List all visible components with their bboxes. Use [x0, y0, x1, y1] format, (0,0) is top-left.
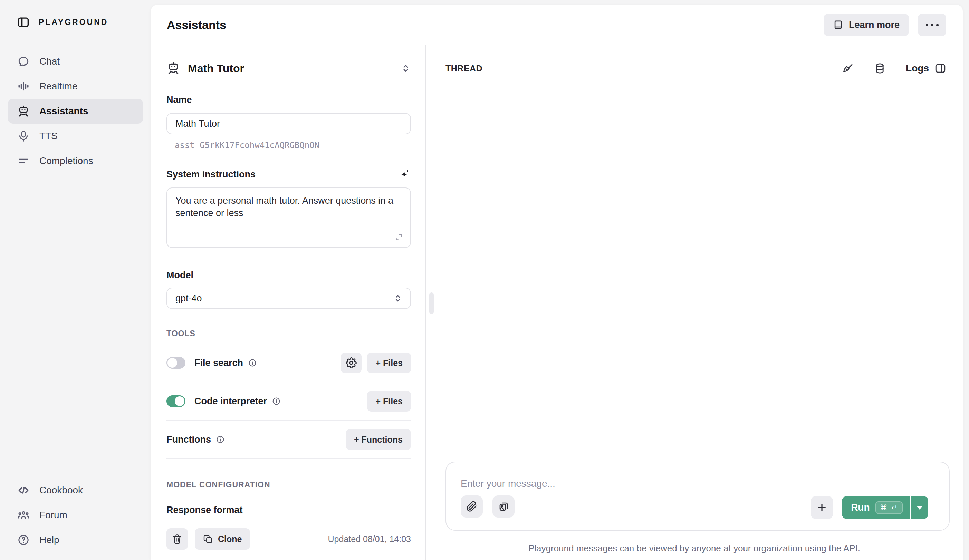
divider — [166, 459, 411, 459]
assistant-selector[interactable]: Math Tutor — [166, 61, 411, 75]
message-composer[interactable]: Enter your message... — [446, 462, 950, 531]
learn-more-label: Learn more — [849, 20, 899, 30]
sidebar-item-label: Help — [39, 535, 59, 545]
run-group: Run ⌘ ↵ — [811, 496, 928, 519]
panels: Math Tutor Name asst_G5rkK17Fcohw41cAQRG… — [151, 45, 963, 560]
tool-label: Code interpreter — [195, 396, 267, 407]
robot-icon — [17, 105, 30, 117]
sidebar-item-chat[interactable]: Chat — [8, 49, 143, 74]
header-actions: Learn more — [824, 14, 946, 36]
page-title: Assistants — [167, 18, 226, 32]
tools-section-header: TOOLS — [166, 329, 411, 338]
lines-icon — [17, 155, 30, 167]
book-icon — [833, 20, 844, 30]
people-icon — [17, 509, 30, 521]
sidebar-item-tts[interactable]: TTS — [8, 124, 143, 148]
system-instructions-input[interactable]: You are a personal math tutor. Answer qu… — [166, 188, 411, 248]
sidebar-item-completions[interactable]: Completions — [8, 148, 143, 173]
assistant-id: asst_G5rkK17Fcohw41cAQRGBQnON — [166, 141, 411, 150]
broom-clear-icon[interactable] — [842, 63, 854, 74]
playground-logo[interactable]: PLAYGROUND — [17, 16, 108, 29]
thread-panel: THREAD Logs En — [426, 45, 963, 560]
run-label: Run — [851, 502, 869, 513]
system-instructions-wrap: You are a personal math tutor. Answer qu… — [166, 188, 411, 249]
system-instructions-label: System instructions — [166, 169, 256, 180]
sidebar-panel-icon — [17, 16, 30, 29]
sidebar-item-help[interactable]: Help — [8, 528, 143, 552]
microphone-icon — [17, 130, 30, 142]
plus-icon — [816, 502, 827, 513]
delete-assistant-button[interactable] — [166, 528, 188, 550]
panel-resize-handle[interactable] — [429, 292, 434, 314]
sidebar-item-forum[interactable]: Forum — [8, 503, 143, 528]
model-value: gpt-4o — [175, 293, 202, 304]
info-icon[interactable] — [272, 397, 281, 405]
attach-group — [461, 495, 514, 518]
sidebar-item-label: Completions — [39, 155, 93, 166]
file-search-settings-button[interactable] — [341, 352, 361, 373]
name-input[interactable] — [166, 113, 411, 134]
model-label: Model — [166, 270, 411, 281]
question-circle-icon — [17, 534, 30, 546]
config-bottom-bar: Clone Updated 08/01, 14:03 — [151, 518, 425, 560]
sidebar-item-label: Realtime — [39, 81, 77, 92]
model-config-section-header: MODEL CONFIGURATION — [166, 480, 411, 490]
sidebar-item-realtime[interactable]: Realtime — [8, 74, 143, 99]
model-select[interactable]: gpt-4o — [166, 287, 411, 309]
assistant-config-panel: Math Tutor Name asst_G5rkK17Fcohw41cAQRG… — [151, 45, 426, 560]
system-instructions-row: System instructions — [166, 168, 411, 181]
sparkle-generate-icon[interactable] — [398, 168, 411, 181]
assistant-name: Math Tutor — [188, 62, 244, 75]
response-format-label: Response format — [166, 505, 411, 515]
logs-toggle[interactable]: Logs — [906, 63, 946, 74]
robot-icon — [166, 61, 180, 75]
code-icon — [17, 484, 30, 497]
run-shortcut-kbd: ⌘ ↵ — [876, 501, 903, 514]
expand-icon[interactable] — [395, 233, 403, 242]
learn-more-button[interactable]: Learn more — [824, 14, 909, 36]
chevron-updown-icon — [401, 63, 411, 73]
waveform-icon — [17, 80, 30, 93]
sidebar-item-label: Assistants — [39, 106, 88, 117]
attach-file-button[interactable] — [461, 495, 483, 518]
run-button[interactable]: Run ⌘ ↵ — [842, 496, 910, 519]
file-search-toggle[interactable] — [166, 357, 185, 369]
tool-label: File search — [195, 358, 243, 368]
sidebar-item-label: Chat — [39, 56, 60, 67]
thread-title: THREAD — [446, 63, 483, 73]
tool-row-functions: Functions + Functions — [166, 420, 411, 459]
tool-row-file-search: File search + Files — [166, 344, 411, 382]
sidebar: PLAYGROUND Chat Realtime Assistants TTS — [0, 0, 151, 560]
file-search-add-files-button[interactable]: + Files — [367, 352, 411, 373]
info-icon[interactable] — [216, 435, 225, 444]
main-card: Assistants Learn more Math Tutor — [151, 5, 963, 560]
paperclip-icon — [466, 501, 477, 512]
updated-timestamp: Updated 08/01, 14:03 — [328, 534, 411, 544]
more-options-button[interactable] — [918, 14, 946, 36]
thread-tools: Logs — [842, 63, 946, 74]
sidebar-item-label: Forum — [39, 510, 67, 521]
add-message-button[interactable] — [811, 496, 833, 519]
thread-header: THREAD Logs — [426, 45, 963, 74]
attach-image-button[interactable] — [493, 495, 514, 518]
database-icon[interactable] — [874, 63, 886, 74]
logs-label: Logs — [906, 63, 929, 74]
sidebar-item-label: TTS — [39, 131, 58, 141]
code-interpreter-toggle[interactable] — [166, 395, 185, 407]
sidebar-item-assistants[interactable]: Assistants — [8, 99, 143, 124]
caret-down-icon — [916, 506, 923, 510]
sidebar-item-cookbook[interactable]: Cookbook — [8, 478, 143, 503]
run-options-button[interactable] — [910, 496, 928, 519]
chat-bubble-icon — [17, 55, 30, 68]
info-icon[interactable] — [248, 358, 257, 367]
add-functions-button[interactable]: + Functions — [346, 429, 411, 450]
sidebar-footer-nav: Cookbook Forum Help — [8, 478, 143, 552]
code-interpreter-add-files-button[interactable]: + Files — [367, 391, 411, 412]
clone-button[interactable]: Clone — [195, 528, 250, 550]
logs-panel-icon — [934, 63, 946, 74]
name-label: Name — [166, 95, 411, 105]
copy-icon — [203, 534, 213, 544]
functions-label: Functions — [166, 434, 211, 445]
message-placeholder: Enter your message... — [461, 478, 555, 489]
trash-icon — [171, 533, 183, 545]
